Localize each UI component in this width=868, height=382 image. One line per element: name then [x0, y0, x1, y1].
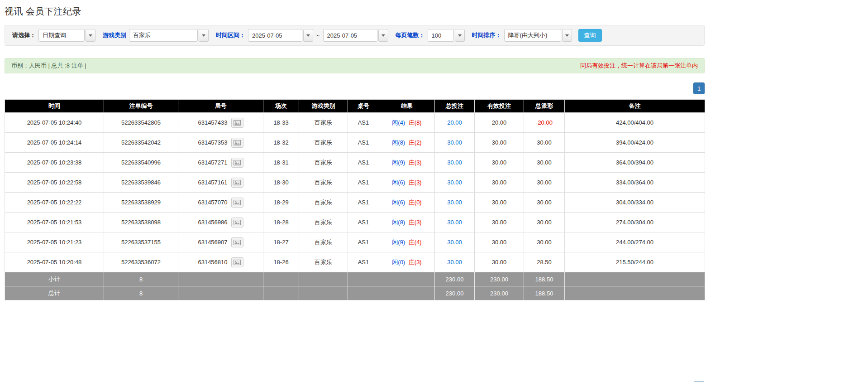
- round-id: 631457070: [198, 199, 227, 206]
- round-id: 631457433: [198, 119, 227, 126]
- time-cell: 2025-07-05 10:22:58: [5, 173, 104, 193]
- query-type-dropdown-button[interactable]: [86, 29, 95, 42]
- valid-bet-cell: 20.00: [475, 113, 524, 133]
- caret-down-icon: [382, 34, 385, 37]
- table-row: 2025-07-05 10:20:48 522633536072 6314568…: [5, 252, 705, 272]
- table-number-cell: AS1: [348, 252, 379, 272]
- round-cell: 631457271: [178, 153, 263, 173]
- page-size-dropdown-button[interactable]: [455, 29, 465, 42]
- table-row: 2025-07-05 10:21:23 522633537155 6314569…: [5, 232, 705, 252]
- select-type-label: 请选择：: [12, 31, 36, 39]
- subtotal-label: 小计: [5, 272, 104, 286]
- total-count: 8: [104, 286, 178, 300]
- total-bet-link[interactable]: 30.00: [447, 179, 462, 186]
- bet-records-table: 时间 注单编号 局号 场次 游戏类别 桌号 结果 总投注 有效投注: [5, 99, 705, 300]
- total-bet-link[interactable]: 30.00: [447, 159, 462, 166]
- total-bet-link[interactable]: 30.00: [447, 199, 462, 206]
- remark-cell: 394.00/424.00: [565, 133, 705, 153]
- query-type-input[interactable]: [38, 29, 85, 42]
- page-title: 视讯 会员下注纪录: [5, 5, 705, 18]
- search-button[interactable]: 查询: [578, 29, 602, 42]
- valid-bet-cell: 30.00: [475, 133, 524, 153]
- subtotal-payout: 188.50: [524, 272, 565, 286]
- bet-id-cell: 522633542042: [104, 133, 178, 153]
- bet-id-cell: 522633542805: [104, 113, 178, 133]
- result-cell: 闲(6) 庄(0): [379, 193, 435, 213]
- game-type-cell: 百家乐: [299, 173, 348, 193]
- date-from-input[interactable]: [248, 29, 302, 42]
- game-type-dropdown-button[interactable]: [199, 29, 209, 42]
- payout-value: -20.00: [536, 119, 553, 126]
- remark-cell: 424.00/404.00: [565, 113, 705, 133]
- total-bet-link[interactable]: 30.00: [447, 259, 462, 266]
- payout-value: 30.00: [537, 159, 552, 166]
- bet-id-cell: 522633538098: [104, 213, 178, 232]
- result-player: 闲(0): [392, 259, 405, 266]
- remark-cell: 364.00/394.00: [565, 153, 705, 173]
- summary-bar: 币别：人民币 | 总共 :8 注单 | 同局有效投注，统一计算在该局第一张注单内: [5, 58, 705, 73]
- video-replay-icon[interactable]: [231, 138, 243, 148]
- round-cell: 631456986: [178, 213, 263, 232]
- video-replay-icon[interactable]: [231, 198, 243, 208]
- date-to-dropdown-button[interactable]: [378, 29, 388, 42]
- video-replay-icon[interactable]: [231, 257, 243, 267]
- total-bet-link[interactable]: 30.00: [447, 239, 462, 246]
- remark-cell: 215.50/244.00: [565, 252, 705, 272]
- valid-bet-cell: 30.00: [475, 193, 524, 213]
- date-from-combo: [248, 29, 313, 42]
- payout-value: 28.50: [537, 259, 552, 266]
- date-to-input[interactable]: [323, 29, 377, 42]
- total-bet-link[interactable]: 30.00: [447, 219, 462, 226]
- bet-id-cell: 522633537155: [104, 232, 178, 252]
- remark-cell: 334.00/364.00: [565, 173, 705, 193]
- result-banker: 庄(4): [409, 239, 422, 246]
- summary-notice: 同局有效投注，统一计算在该局第一张注单内: [580, 62, 698, 70]
- game-type-cell: 百家乐: [299, 193, 348, 213]
- payout-value: 30.00: [537, 219, 552, 226]
- result-player: 闲(8): [392, 139, 405, 146]
- column-header: 时间: [5, 100, 104, 113]
- result-cell: 闲(8) 庄(3): [379, 213, 435, 232]
- time-cell: 2025-07-05 10:23:38: [5, 153, 104, 173]
- column-header: 总派彩: [524, 100, 565, 113]
- session-cell: 18-26: [263, 252, 299, 272]
- sort-order-dropdown-button[interactable]: [562, 29, 572, 42]
- total-bet-link[interactable]: 30.00: [447, 139, 462, 146]
- video-replay-icon[interactable]: [231, 118, 243, 128]
- video-replay-icon[interactable]: [231, 237, 243, 247]
- round-id: 631457353: [198, 139, 227, 146]
- total-bet-cell: 30.00: [435, 252, 475, 272]
- subtotal-row: 小计 8 230.00 230.00 188.50: [5, 272, 705, 286]
- video-replay-icon[interactable]: [231, 158, 243, 168]
- subtotal-valid-bet: 230.00: [475, 272, 524, 286]
- total-bet-cell: 30.00: [435, 153, 475, 173]
- payout-value: 30.00: [537, 239, 552, 246]
- video-replay-icon[interactable]: [231, 218, 243, 227]
- table-number-cell: AS1: [348, 173, 379, 193]
- caret-down-icon: [89, 34, 92, 37]
- video-replay-icon[interactable]: [231, 178, 243, 188]
- page-size-input[interactable]: [428, 29, 454, 42]
- result-banker: 庄(8): [409, 119, 422, 126]
- game-type-cell: 百家乐: [299, 113, 348, 133]
- payout-cell: 30.00: [524, 193, 565, 213]
- pagination-page-1[interactable]: 1: [693, 82, 705, 94]
- date-from-dropdown-button[interactable]: [303, 29, 313, 42]
- total-bet-link[interactable]: 20.00: [447, 119, 462, 126]
- caret-down-icon: [565, 34, 569, 37]
- column-header: 总投注: [435, 100, 475, 113]
- table-number-cell: AS1: [348, 133, 379, 153]
- payout-value: 30.00: [537, 139, 552, 146]
- round-cell: 631456810: [178, 252, 263, 272]
- sort-order-input[interactable]: [504, 29, 561, 42]
- session-cell: 18-27: [263, 232, 299, 252]
- result-banker: 庄(3): [409, 159, 422, 166]
- round-id: 631456986: [198, 219, 227, 226]
- payout-cell: 30.00: [524, 213, 565, 232]
- game-type-cell: 百家乐: [299, 133, 348, 153]
- game-type-input[interactable]: [129, 29, 198, 42]
- result-player: 闲(4): [392, 119, 405, 126]
- session-cell: 18-33: [263, 113, 299, 133]
- table-number-cell: AS1: [348, 213, 379, 232]
- game-type-label: 游戏类别: [103, 31, 126, 39]
